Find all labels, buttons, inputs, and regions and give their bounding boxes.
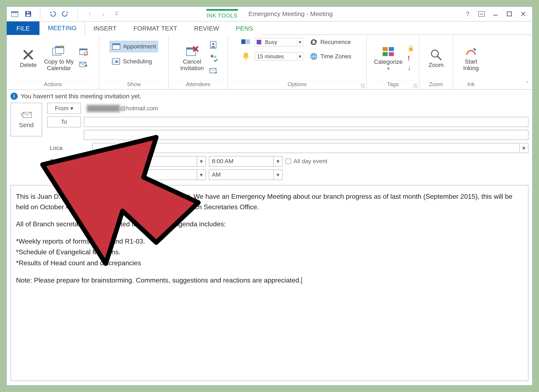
- svg-text:▾: ▾: [215, 71, 217, 75]
- tab-file[interactable]: FILE: [7, 21, 39, 35]
- svg-rect-5: [26, 14, 30, 16]
- show-as-icon: [241, 37, 250, 47]
- group-show: Appointment Scheduling Show: [99, 35, 169, 89]
- zoom-button[interactable]: Zoom: [426, 47, 446, 70]
- redo-icon[interactable]: [62, 10, 69, 18]
- close-icon[interactable]: [520, 11, 526, 17]
- start-time-label: Start time: [47, 156, 89, 166]
- svg-rect-7: [29, 12, 29, 13]
- delete-button[interactable]: Delete: [18, 47, 39, 70]
- from-value: ████████@hotmail.com: [84, 103, 529, 114]
- info-icon: i: [10, 93, 18, 100]
- options-dialog-launcher-icon[interactable]: [361, 84, 365, 88]
- tab-pens[interactable]: PENS: [227, 21, 261, 35]
- busy-color-icon: [257, 40, 261, 44]
- copy-to-calendar-button[interactable]: Copy to My Calendar: [42, 44, 76, 73]
- text-cursor-icon: [302, 277, 302, 284]
- svg-rect-9: [479, 11, 485, 16]
- response-options-icon[interactable]: ▾: [209, 66, 218, 76]
- calendar-small-icon[interactable]: [79, 47, 88, 57]
- ribbon-options-icon[interactable]: [478, 11, 485, 17]
- svg-rect-40: [241, 39, 245, 44]
- location-label: Loca: [47, 143, 89, 153]
- categorize-button[interactable]: Categorize ▾: [372, 44, 404, 73]
- show-as-dropdown[interactable]: Busy▾: [255, 38, 303, 46]
- svg-rect-46: [383, 52, 388, 56]
- high-importance-icon[interactable]: !: [408, 54, 414, 62]
- svg-rect-29: [116, 61, 118, 62]
- help-icon[interactable]: ?: [464, 11, 471, 17]
- group-attendees: Cancel Invitation ▾ Attendees: [169, 35, 228, 89]
- svg-rect-41: [246, 39, 250, 44]
- start-date-picker[interactable]: ▾: [92, 156, 206, 167]
- save-icon[interactable]: [24, 10, 32, 18]
- check-names-icon[interactable]: [209, 53, 218, 63]
- end-time-label: End time: [47, 170, 89, 180]
- subject-field[interactable]: [84, 130, 529, 140]
- location-dropdown-icon[interactable]: ▾: [519, 143, 528, 153]
- reminder-icon: [241, 51, 250, 62]
- maximize-icon[interactable]: [506, 11, 512, 17]
- svg-rect-48: [409, 48, 413, 51]
- svg-rect-11: [507, 12, 511, 16]
- svg-rect-45: [389, 47, 394, 51]
- send-button[interactable]: Send: [10, 103, 42, 136]
- start-inking-button[interactable]: Start Inking: [461, 44, 481, 73]
- group-tags: Categorize ▾ ! ↓ Tags: [367, 35, 419, 89]
- outlook-meeting-window: ↑ ↓ INK TOOLS Emergency Meeting - Meetin…: [6, 6, 533, 386]
- low-importance-icon[interactable]: ↓: [408, 64, 414, 72]
- svg-line-50: [438, 56, 441, 60]
- info-bar-text: You haven't sent this meeting invitation…: [21, 93, 141, 100]
- end-date-picker[interactable]: ▾: [92, 169, 206, 180]
- location-field[interactable]: ▾: [92, 143, 529, 153]
- group-ink: Start Inking Ink: [453, 35, 489, 89]
- private-icon[interactable]: [408, 45, 414, 53]
- tab-review[interactable]: REVIEW: [186, 21, 227, 35]
- ribbon-tabs: FILE MEETING INSERT FORMAT TEXT REVIEW P…: [7, 21, 532, 35]
- next-item-icon[interactable]: ↓: [99, 10, 107, 18]
- group-zoom: Zoom Zoom: [419, 35, 453, 89]
- all-day-checkbox[interactable]: All day event: [285, 158, 327, 165]
- svg-rect-6: [27, 12, 30, 14]
- body-paragraph: Note: Please prepare for brainstorming. …: [16, 275, 523, 286]
- time-zones-button[interactable]: Time Zones: [307, 51, 353, 62]
- ribbon: Delete Copy to My Calendar Actions Appoi…: [7, 35, 532, 90]
- window-title: Emergency Meeting - Meeting: [248, 10, 333, 18]
- body-paragraph: This is Juan D. Smith Local Secretary of…: [16, 191, 523, 212]
- from-picker-button[interactable]: From ▾: [47, 103, 81, 114]
- ink-tools-contextual-tab[interactable]: INK TOOLS: [206, 7, 238, 21]
- scheduling-button[interactable]: Scheduling: [110, 56, 158, 67]
- tab-format-text[interactable]: FORMAT TEXT: [125, 21, 186, 35]
- svg-rect-44: [383, 47, 388, 51]
- svg-point-36: [211, 55, 213, 58]
- svg-rect-1: [11, 12, 18, 13]
- start-time-picker[interactable]: 8:00 AM▾: [209, 156, 283, 167]
- prev-item-icon[interactable]: ↑: [86, 10, 93, 18]
- minimize-icon[interactable]: [492, 11, 499, 17]
- quick-access-toolbar: ↑ ↓: [7, 9, 125, 19]
- svg-rect-20: [80, 49, 87, 50]
- forward-small-icon[interactable]: [79, 60, 88, 70]
- tab-insert[interactable]: INSERT: [85, 21, 125, 35]
- to-field[interactable]: [84, 117, 529, 127]
- body-bullet: *Weekly reports of forms R1-05 and R1-03…: [16, 236, 523, 247]
- svg-point-42: [245, 58, 246, 60]
- calendar-icon[interactable]: [11, 10, 19, 18]
- to-picker-button[interactable]: To: [47, 116, 81, 127]
- undo-icon[interactable]: [48, 10, 56, 18]
- qat-dropdown-icon[interactable]: [113, 10, 120, 18]
- svg-point-49: [431, 50, 438, 57]
- reminder-dropdown[interactable]: 15 minutes▾: [255, 52, 303, 61]
- tab-meeting[interactable]: MEETING: [39, 21, 85, 35]
- recurrence-button[interactable]: Recurrence: [307, 37, 353, 48]
- svg-rect-18: [55, 46, 64, 48]
- end-time-picker[interactable]: AM▾: [209, 169, 283, 180]
- cancel-invitation-button[interactable]: Cancel Invitation: [178, 44, 206, 73]
- message-body-editor[interactable]: This is Juan D. Smith Local Secretary of…: [10, 185, 529, 381]
- tags-dialog-launcher-icon[interactable]: [414, 84, 417, 88]
- appointment-button[interactable]: Appointment: [110, 41, 158, 52]
- svg-rect-25: [113, 43, 120, 45]
- body-paragraph: All of Branch secretaries are expected t…: [16, 219, 523, 229]
- address-book-icon[interactable]: [209, 40, 218, 50]
- collapse-ribbon-icon[interactable]: ˆ: [527, 81, 529, 87]
